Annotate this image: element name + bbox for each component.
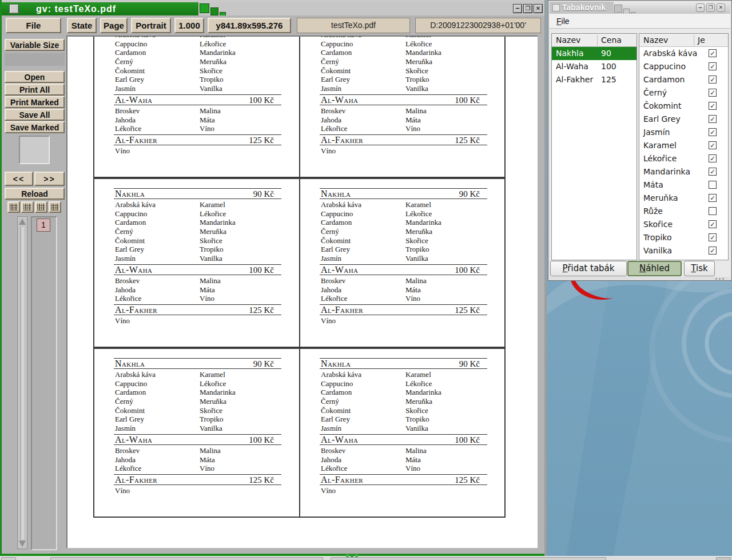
flavor-row: BroskevMalina bbox=[320, 106, 504, 116]
flavor-row: Víno bbox=[320, 146, 504, 156]
resize-grip[interactable] bbox=[715, 278, 717, 280]
next-page-button[interactable]: >> bbox=[34, 172, 65, 186]
variable-size-button[interactable]: Variable Size bbox=[5, 39, 65, 51]
flavor-list-row[interactable]: Arabská káva✓ bbox=[639, 47, 728, 60]
flavor-list-row[interactable]: Meruňka✓ bbox=[639, 192, 728, 205]
flavor-checkbox[interactable]: ✓ bbox=[709, 247, 717, 255]
flavor-checkbox[interactable]: ✓ bbox=[709, 62, 717, 70]
open-button[interactable]: Open bbox=[5, 71, 65, 83]
flavor-list-row[interactable]: Máta bbox=[639, 178, 728, 192]
column-header-je[interactable]: Je bbox=[694, 34, 705, 46]
scroll-down-icon[interactable] bbox=[19, 541, 26, 547]
flavor-list-row[interactable]: Cardamon✓ bbox=[639, 73, 728, 86]
file-menu[interactable]: File bbox=[556, 15, 570, 27]
scale-button[interactable]: 1.000 bbox=[174, 18, 204, 33]
flavor-list-row[interactable]: Earl Grey✓ bbox=[639, 113, 728, 126]
minimize-icon[interactable]: − bbox=[696, 3, 705, 12]
reload-button[interactable]: Reload bbox=[5, 188, 65, 200]
tabakovnik-titlebar[interactable]: Tabakovnik − ❐ ✕ bbox=[550, 2, 730, 14]
file-menu-button[interactable]: File bbox=[6, 18, 61, 33]
save-all-button[interactable]: Save All bbox=[5, 109, 65, 121]
tobacco-row[interactable]: Al-Fakher125 bbox=[552, 73, 636, 86]
window-menu-icon[interactable] bbox=[552, 4, 560, 11]
flavor-list-row[interactable]: Černý✓ bbox=[639, 86, 728, 100]
flavor-checkbox[interactable]: ✓ bbox=[709, 115, 717, 123]
flavor-checkbox[interactable] bbox=[709, 181, 717, 189]
flavor-checkbox[interactable]: ✓ bbox=[709, 49, 717, 57]
flavor-row: LékořiceVíno bbox=[320, 294, 504, 303]
mark-pages-icon-button[interactable] bbox=[35, 201, 47, 213]
add-tobacco-button[interactable]: Přidat tabák bbox=[550, 261, 627, 276]
flavor-checkbox[interactable]: ✓ bbox=[709, 76, 717, 84]
minimize-icon[interactable]: − bbox=[513, 4, 522, 13]
pdf-viewport[interactable]: Nakhla90 KčArabská kávaKaramelCappucinoL… bbox=[66, 35, 538, 548]
flavor-checkbox[interactable]: ✓ bbox=[709, 128, 717, 136]
flavor-list-row[interactable]: Růže bbox=[639, 205, 728, 218]
maximize-icon[interactable]: ❐ bbox=[706, 3, 715, 12]
flavor-list-row[interactable]: Čokomint✓ bbox=[639, 100, 728, 113]
print-button[interactable]: Tisk bbox=[684, 261, 715, 276]
taskbar[interactable] bbox=[0, 556, 732, 560]
flavor-list-row[interactable]: Cappucino✓ bbox=[639, 60, 728, 73]
mark-pages-icon-button[interactable] bbox=[7, 201, 20, 213]
state-menu-button[interactable]: State bbox=[67, 18, 97, 33]
scrollbar-track[interactable] bbox=[21, 227, 24, 539]
resize-grip[interactable] bbox=[722, 278, 724, 280]
taskbar-button[interactable] bbox=[331, 557, 606, 560]
mark-pages-icon-button[interactable] bbox=[21, 201, 34, 213]
flavor-row: CardamonMandarinka bbox=[114, 48, 299, 57]
flavor-list-row[interactable]: Karamel✓ bbox=[639, 139, 728, 152]
flavor-row: Earl GreyTropiko bbox=[114, 245, 299, 254]
taskbar-tray[interactable] bbox=[716, 557, 731, 560]
flavor-checkbox[interactable]: ✓ bbox=[709, 233, 717, 241]
tobacco-row[interactable]: Nakhla90 bbox=[552, 47, 636, 60]
page-menu-button[interactable]: Page bbox=[100, 18, 128, 33]
flavor-list-row[interactable]: Lékořice✓ bbox=[639, 152, 728, 165]
tobacco-list-header[interactable]: Nazev Cena bbox=[552, 34, 636, 47]
flavor-checkbox[interactable] bbox=[709, 207, 717, 215]
flavor-name: Vanilka bbox=[200, 424, 222, 433]
media-size-button[interactable]: y841.89x595.276 bbox=[208, 18, 291, 33]
tobacco-row[interactable]: Al-Waha100 bbox=[552, 60, 636, 73]
column-header-nazev[interactable]: Nazev bbox=[639, 34, 668, 46]
orientation-button[interactable]: Portrait bbox=[131, 18, 171, 33]
flavor-name: Broskev bbox=[321, 446, 345, 455]
column-header-nazev[interactable]: Nazev bbox=[552, 34, 580, 46]
flavor-checkbox[interactable]: ✓ bbox=[709, 141, 717, 149]
tobacco-list: Nazev Cena Nakhla90Al-Waha100Al-Fakher12… bbox=[551, 33, 637, 260]
flavor-name: Karamel bbox=[200, 370, 225, 379]
save-marked-button[interactable]: Save Marked bbox=[5, 121, 65, 133]
flavor-list-row[interactable]: Mandarinka✓ bbox=[639, 165, 728, 178]
close-icon[interactable]: ✕ bbox=[717, 3, 725, 12]
column-header-cena[interactable]: Cena bbox=[597, 34, 622, 46]
flavor-checkbox[interactable]: ✓ bbox=[709, 102, 717, 110]
page-list-scrollbar[interactable] bbox=[17, 216, 27, 549]
flavor-grid: Víno bbox=[320, 146, 504, 156]
taskbar-button[interactable] bbox=[1, 557, 16, 560]
flavor-checkbox[interactable]: ✓ bbox=[709, 220, 717, 228]
flavor-list-row[interactable]: Vanilka✓ bbox=[639, 244, 728, 257]
gv-titlebar[interactable]: gv: testTeXo.pdf − ❐ ✕ bbox=[2, 2, 544, 15]
flavor-list-header[interactable]: Nazev Je bbox=[639, 34, 728, 47]
flavor-checkbox[interactable]: ✓ bbox=[709, 168, 717, 176]
flavor-list-row[interactable]: Tropiko✓ bbox=[639, 231, 728, 244]
flavor-checkbox[interactable]: ✓ bbox=[709, 194, 717, 202]
print-marked-button[interactable]: Print Marked bbox=[5, 96, 65, 108]
preview-button[interactable]: Náhled bbox=[627, 261, 682, 276]
flavor-checkbox[interactable]: ✓ bbox=[709, 89, 717, 97]
flavor-name: Malina bbox=[200, 106, 221, 116]
resize-grip[interactable] bbox=[719, 278, 721, 280]
gv-titlebar-active-area[interactable]: gv: testTeXo.pdf bbox=[2, 2, 198, 15]
close-icon[interactable]: ✕ bbox=[534, 4, 543, 13]
flavor-checkbox[interactable]: ✓ bbox=[709, 154, 717, 162]
page-list-item-1[interactable]: 1 bbox=[37, 219, 50, 232]
maximize-icon[interactable]: ❐ bbox=[523, 4, 532, 13]
window-menu-icon[interactable] bbox=[9, 4, 19, 14]
mark-pages-icon-button[interactable] bbox=[49, 201, 61, 213]
flavor-list-row[interactable]: Skořice✓ bbox=[639, 218, 728, 231]
flavor-list-row[interactable]: Jasmín✓ bbox=[639, 126, 728, 139]
scroll-up-icon[interactable] bbox=[19, 219, 26, 225]
previous-page-button[interactable]: << bbox=[5, 172, 33, 186]
print-all-button[interactable]: Print All bbox=[5, 84, 65, 96]
taskbar-button[interactable] bbox=[50, 557, 323, 560]
